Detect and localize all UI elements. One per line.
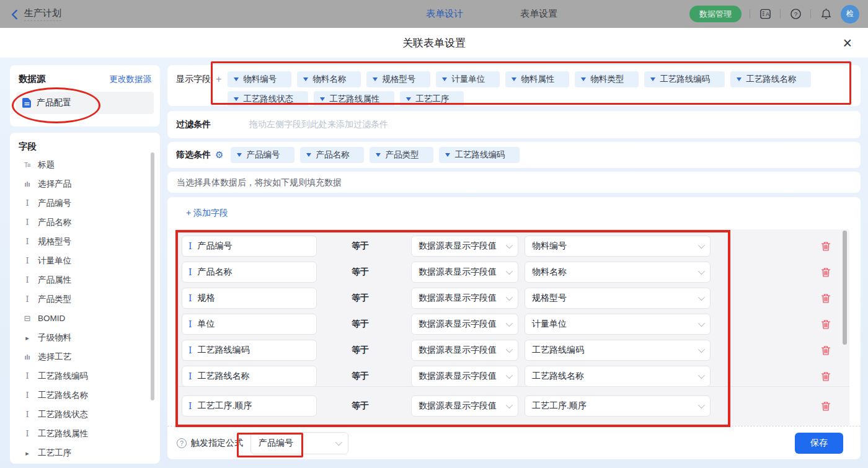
- back-icon[interactable]: [10, 9, 19, 19]
- delete-rule-button[interactable]: [821, 401, 831, 412]
- rule-target-field-input[interactable]: 工艺路线编码: [182, 340, 317, 361]
- field-list-item[interactable]: 选择产品: [10, 174, 160, 193]
- display-field-tag[interactable]: 工艺路线编码: [644, 71, 725, 87]
- field-list-item[interactable]: 子级物料: [10, 328, 160, 347]
- change-datasource-link[interactable]: 更改数据源: [110, 74, 152, 85]
- rule-source-type-select[interactable]: 数据源表显示字段值: [411, 314, 518, 335]
- rule-source-type-select[interactable]: 数据源表显示字段值: [411, 395, 518, 417]
- rule-target-field-input[interactable]: 产品名称: [182, 262, 317, 283]
- rule-source-field-select[interactable]: 工艺路线名称: [525, 366, 711, 387]
- text-field-icon: [188, 267, 192, 277]
- field-list-item[interactable]: 产品名称: [10, 213, 160, 232]
- filter-condition-card: 过滤条件 拖动左侧字段到此处来添加过滤条件: [167, 111, 861, 138]
- field-type-icon: [22, 410, 32, 419]
- field-list-item[interactable]: 产品类型: [10, 289, 160, 309]
- field-list-item[interactable]: 工艺工序: [10, 443, 160, 462]
- field-item-label: 工艺路线名称: [38, 390, 88, 401]
- field-list-item[interactable]: 产品编号: [10, 193, 160, 213]
- display-field-tag[interactable]: 物料属性: [505, 71, 569, 87]
- rule-row: 产品名称 等于 数据源表显示字段值 物料名称: [182, 262, 849, 283]
- field-list-item[interactable]: BOMID: [10, 309, 160, 328]
- screen-condition-tag[interactable]: 产品类型: [370, 147, 433, 163]
- delete-rule-button[interactable]: [821, 345, 831, 356]
- field-list-item[interactable]: 计量单位: [10, 251, 160, 270]
- field-list-item[interactable]: 产品属性: [10, 270, 160, 289]
- rule-target-field-input[interactable]: 工艺路线名称: [182, 366, 317, 387]
- field-item-label: 选择产品: [38, 179, 71, 190]
- screen-condition-tag[interactable]: 产品编号: [231, 147, 294, 163]
- field-type-icon: [22, 161, 32, 169]
- field-list-item[interactable]: 工艺路线名称: [10, 386, 160, 405]
- close-icon[interactable]: ×: [843, 34, 852, 51]
- rule-source-type-select[interactable]: 数据源表显示字段值: [411, 236, 518, 257]
- field-list-item[interactable]: 工艺路线编码: [10, 366, 160, 386]
- svg-text:A: A: [765, 11, 769, 17]
- tab-form-settings[interactable]: 表单设置: [520, 8, 557, 20]
- rule-source-field-select[interactable]: 规格型号: [525, 288, 711, 309]
- rule-target-field-input[interactable]: 单位: [182, 314, 317, 335]
- field-list-item[interactable]: 选择工艺: [10, 347, 160, 366]
- datasource-item-product-config[interactable]: 产品配置: [16, 92, 154, 114]
- display-field-tag[interactable]: 工艺路线属性: [314, 91, 394, 107]
- caret-down-icon: [581, 77, 586, 81]
- display-field-tag[interactable]: 物料编号: [228, 71, 291, 87]
- delete-rule-button[interactable]: [821, 293, 831, 304]
- rule-target-field-input[interactable]: 工艺工序.顺序: [182, 395, 317, 417]
- rule-source-type-select[interactable]: 数据源表显示字段值: [411, 366, 518, 387]
- notification-bell-icon[interactable]: [819, 7, 833, 21]
- caret-down-icon: [306, 153, 311, 157]
- display-field-tag[interactable]: 工艺路线状态: [228, 91, 308, 107]
- rule-target-field-input[interactable]: 产品编号: [182, 236, 317, 257]
- field-item-label: 工艺工序: [38, 448, 71, 459]
- field-list-item[interactable]: 工艺路线属性: [10, 424, 160, 443]
- field-list-item[interactable]: 工艺路线状态: [10, 405, 160, 424]
- rule-row: 工艺工序.顺序 等于 数据源表显示字段值 工艺工序.顺序: [182, 395, 849, 417]
- display-field-tag[interactable]: 规格型号: [366, 71, 430, 87]
- app-topbar: 生产计划 表单设计 表单设置 数据管理 A ? 检: [0, 0, 868, 28]
- field-list-item[interactable]: 标题: [10, 155, 160, 174]
- help-icon[interactable]: ?: [789, 7, 802, 21]
- delete-rule-button[interactable]: [821, 371, 831, 382]
- rule-source-field-select[interactable]: 物料名称: [525, 262, 711, 283]
- translate-icon[interactable]: A: [758, 7, 772, 21]
- add-display-field-icon[interactable]: +: [216, 74, 221, 107]
- trigger-formula-label: 触发指定公式: [191, 438, 243, 449]
- help-icon[interactable]: ?: [177, 438, 187, 448]
- rule-source-field-select[interactable]: 工艺路线编码: [525, 340, 711, 361]
- data-manage-button[interactable]: 数据管理: [689, 6, 742, 22]
- display-field-tag[interactable]: 工艺路线名称: [730, 71, 811, 87]
- display-field-tag[interactable]: 物料类型: [575, 71, 639, 87]
- screen-condition-tag[interactable]: 工艺路线编码: [439, 147, 520, 163]
- delete-rule-button[interactable]: [821, 241, 831, 252]
- field-type-icon: [22, 449, 32, 457]
- field-list-item[interactable]: 规格型号: [10, 232, 160, 251]
- rule-source-field-select[interactable]: 工艺工序.顺序: [525, 395, 711, 417]
- rule-source-type-select[interactable]: 数据源表显示字段值: [411, 288, 518, 309]
- trigger-field-select[interactable]: 产品编号: [250, 432, 348, 454]
- rule-source-type-select[interactable]: 数据源表显示字段值: [411, 340, 518, 361]
- screen-condition-tag[interactable]: 产品名称: [300, 147, 364, 163]
- caret-down-icon: [237, 153, 242, 157]
- rule-source-type-select[interactable]: 数据源表显示字段值: [411, 262, 518, 283]
- rule-source-field-select[interactable]: 计量单位: [525, 314, 711, 335]
- gear-icon[interactable]: ⚙: [215, 149, 223, 161]
- display-field-tag[interactable]: 计量单位: [436, 71, 500, 87]
- tag-label: 产品编号: [246, 149, 280, 161]
- save-button[interactable]: 保存: [795, 433, 843, 454]
- rules-scrollbar[interactable]: [843, 231, 847, 345]
- chevron-down-icon: [506, 294, 513, 301]
- display-field-tag[interactable]: 物料名称: [297, 71, 361, 87]
- fields-scrollbar[interactable]: [151, 152, 154, 400]
- rule-row: 工艺路线编码 等于 数据源表显示字段值 工艺路线编码: [182, 340, 849, 361]
- rule-target-field-input[interactable]: 规格: [182, 288, 317, 309]
- avatar[interactable]: 检: [841, 5, 859, 24]
- delete-rule-button[interactable]: [821, 319, 831, 330]
- field-item-label: 工艺路线编码: [38, 371, 88, 382]
- rule-source-field-select[interactable]: 物料编号: [525, 236, 711, 257]
- tab-form-design[interactable]: 表单设计: [426, 8, 463, 20]
- rule-hint-card: 当选择具体数据后，将按如下规则填充数据: [167, 172, 861, 193]
- add-field-link[interactable]: + 添加字段: [186, 208, 228, 219]
- app-title[interactable]: 生产计划: [24, 7, 61, 21]
- display-field-tag[interactable]: 工艺工序: [400, 91, 464, 107]
- delete-rule-button[interactable]: [821, 267, 831, 278]
